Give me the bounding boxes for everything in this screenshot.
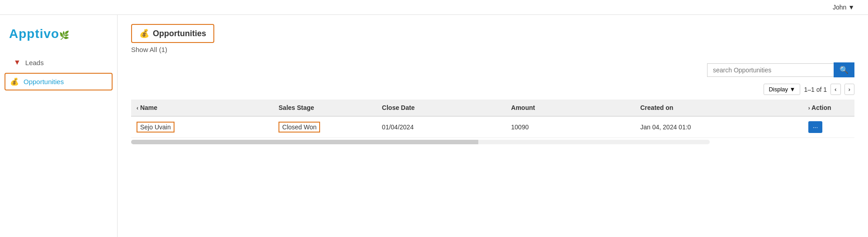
main-content: 💰 Opportunities Show All (1) 🔍 Display ▼… [118,15,868,237]
opportunities-header-icon: 💰 [139,28,149,38]
cell-name: Sejo Uvain [131,116,273,138]
cell-amount: 10090 [506,116,635,138]
action-button[interactable]: ··· [808,121,823,133]
top-nav: John ▼ [0,0,868,15]
sidebar-item-opportunities[interactable]: 💰 Opportunities [5,73,113,90]
moneybag-icon: 💰 [10,77,19,86]
user-menu[interactable]: John ▼ [833,4,854,11]
chevron-left-icon: ‹ [137,105,138,111]
sidebar-item-label-opportunities: Opportunities [24,78,64,85]
cell-action: ··· [803,116,854,138]
data-table: ‹ Name Sales Stage Close Date Amount Cre… [131,100,854,138]
prev-page-button[interactable]: ‹ [830,84,840,95]
funnel-icon: ▼ [14,58,21,66]
pagination-row: Display ▼ 1–1 of 1 ‹ › [131,84,854,95]
controls-row: 🔍 [131,62,854,77]
logo-area: Apptivo🌿 [0,19,117,52]
next-page-button[interactable]: › [844,84,854,95]
sidebar-item-leads[interactable]: ▼ Leads [5,54,113,71]
scroll-hint [131,140,710,144]
cell-created-on: Jan 04, 2024 01:0 [635,116,802,138]
show-all-text: Show All (1) [131,46,854,53]
pagination-info: 1–1 of 1 [804,86,827,93]
name-highlighted: Sejo Uvain [137,122,175,133]
sales-stage-highlighted: Closed Won [278,122,320,133]
col-header-action: › Action [803,100,854,116]
sidebar: Apptivo🌿 ▼ Leads 💰 Opportunities [0,15,118,237]
col-header-name[interactable]: ‹ Name [131,100,273,116]
sidebar-item-label-leads: Leads [25,59,44,66]
app-logo: Apptivo🌿 [9,27,70,41]
chevron-right-icon: › [808,105,810,111]
cell-sales-stage: Closed Won [273,116,377,138]
table-row: Sejo Uvain Closed Won 01/04/2024 10090 J… [131,116,854,138]
col-header-amount: Amount [506,100,635,116]
col-header-sales-stage: Sales Stage [273,100,377,116]
cell-close-date: 01/04/2024 [377,116,506,138]
table-header-row: ‹ Name Sales Stage Close Date Amount Cre… [131,100,854,116]
col-header-close-date: Close Date [377,100,506,116]
page-header: 💰 Opportunities [131,24,854,43]
sidebar-nav: ▼ Leads 💰 Opportunities [0,54,117,90]
page-header-box: 💰 Opportunities [131,24,214,43]
search-wrapper: 🔍 [707,62,854,77]
display-button[interactable]: Display ▼ [764,84,800,95]
search-input[interactable] [707,63,834,77]
search-icon: 🔍 [840,66,849,74]
page-title: Opportunities [153,29,206,38]
search-button[interactable]: 🔍 [834,62,854,77]
col-header-created-on: Created on [635,100,802,116]
